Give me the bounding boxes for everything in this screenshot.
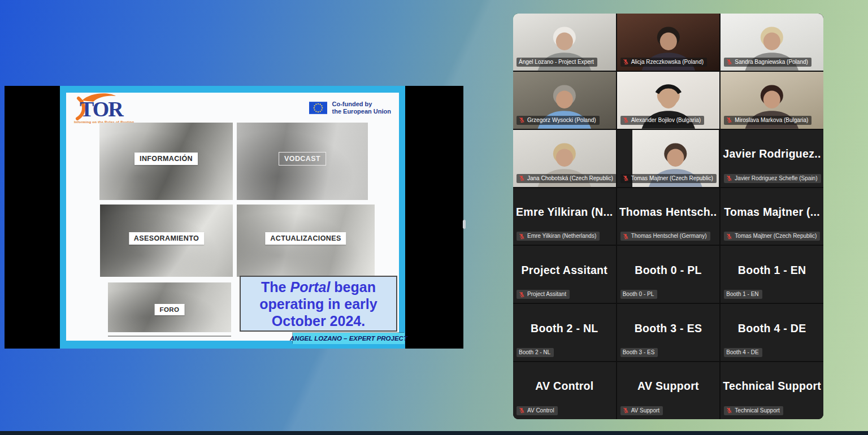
slide-divider-line	[108, 336, 231, 337]
photo-label: ASESORAMIENTO	[129, 232, 204, 245]
muted-mic-icon	[726, 407, 732, 414]
participant-tile-av-support[interactable]: AV SupportAV Support	[617, 362, 720, 419]
participant-name-text: Alicja Rzeczkowska (Poland)	[631, 59, 704, 66]
participant-name-text: Emre Yilkiran (Netherlands)	[527, 233, 596, 240]
participant-tile-technical-support[interactable]: Technical SupportTechnical Support	[721, 362, 823, 419]
participant-big-name: Javier Rodriguez...	[723, 147, 821, 160]
participant-name-text: Sandra Bagniewska (Poland)	[735, 59, 808, 66]
slide-photo-asesoramiento: ASESORAMIENTO	[100, 205, 233, 277]
participant-tile-miroslava-markova[interactable]: Miroslava Markova (Bulgaria)	[721, 72, 823, 129]
participant-big-name: AV Support	[619, 380, 718, 393]
participant-name-text: Technical Support	[735, 407, 780, 414]
participant-name-text: AV Control	[527, 407, 554, 414]
participant-tile-booth-2-nl[interactable]: Booth 2 - NLBooth 2 - NL	[513, 304, 616, 361]
participant-name-label: Booth 4 - DE	[724, 348, 762, 357]
slide-photo-informacion: INFORMACIÓN	[99, 123, 233, 200]
eu-flag-icon	[309, 102, 327, 114]
participant-name-text: Booth 4 - DE	[726, 349, 758, 356]
participant-tile-sandra-bagniewska[interactable]: Sandra Bagniewska (Poland)	[721, 14, 823, 71]
participant-name-text: Miroslava Markova (Bulgaria)	[735, 117, 808, 124]
participant-name-text: Thomas Hentschel (Germany)	[631, 233, 707, 240]
participant-name-label: Project Assitant	[517, 290, 570, 299]
participant-tile-tomas-majtner[interactable]: Tomas Majtner (...Tomas Majtner (Czech R…	[721, 188, 823, 245]
participant-name-label: Sandra Bagniewska (Poland)	[724, 58, 811, 67]
participant-big-name: Booth 3 - ES	[619, 322, 718, 335]
participant-tile-project-assitant[interactable]: Project AssitantProject Assitant	[513, 246, 616, 303]
presentation-slide: TOR Informing on the Rules of Posting	[60, 86, 405, 349]
participant-name-label: Javier Rodriguez Schefle (Spain)	[724, 174, 821, 183]
participant-tile-jana-chobotska[interactable]: Jana Chobotská (Czech Republic)	[513, 130, 616, 187]
participant-tile-javier-rodriguez[interactable]: Javier Rodriguez...Javier Rodriguez Sche…	[721, 130, 823, 187]
participant-name-label: Booth 1 - EN	[724, 290, 762, 299]
participant-name-label: AV Control	[517, 406, 558, 415]
participant-name-text: Tomas Majtner (Czech Republic)	[631, 175, 713, 182]
participant-big-name: Technical Support	[723, 380, 821, 393]
participant-name-text: Ángel Lozano - Project Expert	[519, 59, 594, 66]
participant-name-text: Booth 0 - PL	[623, 291, 654, 298]
participant-tile-av-control[interactable]: AV ControlAV Control	[513, 362, 616, 419]
muted-mic-icon	[519, 407, 525, 414]
participant-tile-thomas-hentschel[interactable]: Thomas Hentsch...Thomas Hentschel (Germa…	[617, 188, 720, 245]
participant-tile-booth-0-pl[interactable]: Booth 0 - PLBooth 0 - PL	[617, 246, 720, 303]
participant-name-label: Booth 3 - ES	[620, 348, 658, 357]
eu-funding-block: Co-funded by the European Union	[309, 101, 392, 115]
participant-name-text: AV Support	[631, 407, 659, 414]
meeting-window: TOR Informing on the Rules of Posting	[0, 0, 868, 435]
participant-name-text: Project Assitant	[527, 291, 566, 298]
message-line: operating in early	[259, 295, 377, 312]
photo-label: VODCAST	[279, 152, 326, 166]
muted-mic-icon	[623, 233, 629, 240]
slide-photo-foro: FORO	[108, 282, 231, 332]
participant-name-label: Alicja Rzeczkowska (Poland)	[620, 58, 707, 67]
photo-label: FORO	[155, 304, 185, 315]
participant-name-text: Grzegorz Wysocki (Poland)	[527, 117, 596, 124]
slide-photo-vodcast: VODCAST	[237, 123, 368, 200]
participant-name-text: Jana Chobotská (Czech Republic)	[527, 175, 613, 182]
muted-mic-icon	[519, 292, 525, 298]
participant-big-name: Booth 0 - PL	[619, 264, 718, 277]
participant-name-label: Emre Yilkiran (Netherlands)	[517, 232, 600, 241]
participant-big-name: Project Assitant	[515, 264, 614, 277]
participant-name-label: Tomas Majtner (Czech Republic)	[724, 232, 820, 241]
muted-mic-icon	[726, 175, 732, 181]
participant-name-label: Booth 2 - NL	[517, 348, 554, 357]
participant-tile-alicja-rzeczkowska[interactable]: Alicja Rzeczkowska (Poland)	[617, 14, 720, 71]
participant-tile-booth-3-es[interactable]: Booth 3 - ESBooth 3 - ES	[617, 304, 720, 361]
participant-tile-grzegorz-wysocki[interactable]: Grzegorz Wysocki (Poland)	[513, 72, 616, 129]
participant-tile-alexander-bojilov[interactable]: Alexander Bojilov (Bulgaria)	[617, 72, 720, 129]
participant-name-label: Thomas Hentschel (Germany)	[620, 232, 710, 241]
participant-tile-emre-yilkiran[interactable]: Emre Yilkiran (N...Emre Yilkiran (Nether…	[513, 188, 616, 245]
participant-tile-booth-1-en[interactable]: Booth 1 - ENBooth 1 - EN	[721, 246, 823, 303]
participant-name-label: Miroslava Markova (Bulgaria)	[724, 116, 811, 125]
muted-mic-icon	[623, 59, 629, 65]
participant-tile-booth-4-de[interactable]: Booth 4 - DEBooth 4 - DE	[721, 304, 823, 361]
participant-big-name: AV Control	[515, 380, 614, 393]
tor-logo: TOR	[71, 93, 138, 122]
participant-name-text: Booth 3 - ES	[623, 349, 655, 356]
participant-big-name: Thomas Hentsch...	[619, 206, 718, 219]
participant-name-label: Booth 0 - PL	[620, 290, 658, 299]
muted-mic-icon	[623, 175, 629, 181]
muted-mic-icon	[726, 117, 732, 123]
logo-text: TOR	[80, 97, 124, 121]
participant-name-label: Alexander Bojilov (Bulgaria)	[620, 116, 704, 125]
participant-name-label: Technical Support	[724, 406, 783, 415]
participant-name-label: Tomas Majtner (Czech Republic)	[620, 174, 717, 183]
slide-content: TOR Informing on the Rules of Posting	[66, 93, 399, 341]
message-line: October 2024.	[272, 312, 365, 329]
muted-mic-icon	[726, 233, 732, 240]
participant-name-text: Booth 1 - EN	[726, 291, 758, 298]
participant-tile-tomas-majtner-video[interactable]: Tomas Majtner (Czech Republic)	[617, 130, 720, 187]
muted-mic-icon	[726, 59, 732, 65]
participant-big-name: Booth 2 - NL	[515, 322, 614, 335]
participants-grid: Ángel Lozano - Project ExpertAlicja Rzec…	[513, 14, 823, 419]
participant-tile-angel-lozano[interactable]: Ángel Lozano - Project Expert	[513, 14, 616, 71]
eu-funding-text: Co-funded by the European Union	[332, 101, 392, 115]
photo-label: ACTUALIZACIONES	[265, 232, 346, 245]
photo-label: INFORMACIÓN	[134, 153, 198, 165]
panel-resize-handle[interactable]	[463, 220, 466, 229]
participant-name-label: AV Support	[620, 406, 663, 415]
slide-photo-actualizaciones: ACTUALIZACIONES	[237, 205, 375, 277]
participant-big-name: Booth 4 - DE	[723, 322, 821, 335]
muted-mic-icon	[519, 117, 525, 123]
